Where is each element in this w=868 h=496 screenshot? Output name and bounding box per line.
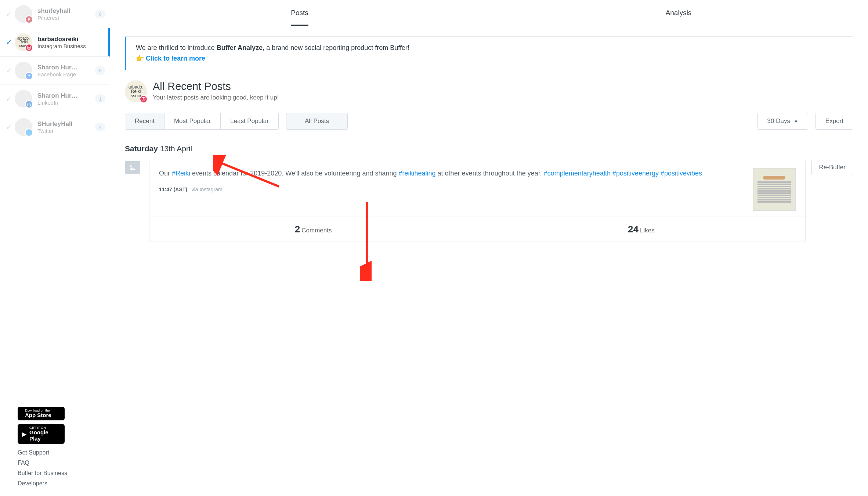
- sidebar-account-instagram[interactable]: ✓arbado. Reiki ssocibarbadosreikiInstagr…: [0, 28, 110, 57]
- rebuffer-button[interactable]: Re-Buffer: [811, 160, 853, 175]
- check-icon: ✓: [6, 10, 12, 18]
- play-icon: ▶: [22, 431, 26, 438]
- account-name: barbadosreiki: [37, 36, 104, 43]
- timeframe-dropdown[interactable]: 30 Days▼: [757, 113, 808, 130]
- all-posts-button[interactable]: All Posts: [286, 113, 348, 130]
- sidebar-account-twitter[interactable]: ✓tSHurleyHallTwitter4: [0, 113, 110, 141]
- post-card: Our #Reiki events calendar for 2019-2020…: [149, 160, 806, 242]
- page-subtitle: Your latest posts are looking good, keep…: [153, 94, 279, 101]
- check-icon: ✓: [6, 66, 12, 75]
- export-button[interactable]: Export: [815, 113, 853, 130]
- account-count-badge: 0: [95, 66, 105, 75]
- account-type: Facebook Page: [37, 71, 95, 77]
- facebook-icon: f: [25, 72, 33, 80]
- hashtag[interactable]: #reikihealing: [399, 170, 436, 177]
- banner-text-post: , a brand new social reporting product f…: [263, 44, 409, 51]
- image-icon: [125, 161, 140, 174]
- svg-point-1: [28, 47, 30, 48]
- hashtag[interactable]: #positivevibes: [661, 170, 702, 177]
- banner-text-pre: We are thrilled to introduce: [136, 44, 217, 51]
- account-type: Instagram Business: [37, 43, 104, 49]
- twitter-icon: t: [25, 128, 33, 137]
- check-icon: ✓: [6, 38, 12, 47]
- svg-point-4: [143, 98, 144, 100]
- chevron-down-icon: ▼: [794, 119, 798, 124]
- account-count-badge: 1: [95, 94, 105, 103]
- account-count-badge: 4: [95, 123, 105, 131]
- footer-link-buffer-for-business[interactable]: Buffer for Business: [18, 468, 92, 478]
- check-icon: ✓: [6, 94, 12, 103]
- google-play-button[interactable]: ▶ GET IT ON Google Play: [18, 424, 65, 444]
- hashtag[interactable]: #positiveenergy: [612, 170, 659, 177]
- banner-bold: Buffer Analyze: [217, 44, 263, 51]
- sidebar-account-facebook[interactable]: ✓fSharon Hur…Facebook Page0: [0, 57, 110, 85]
- sort-least-popular-button[interactable]: Least Popular: [220, 113, 278, 129]
- check-icon: ✓: [6, 123, 12, 131]
- comments-stat: 2Comments: [149, 217, 477, 242]
- account-name: shurleyhall: [37, 7, 95, 15]
- post-meta: 11:47 (AST) via Instagram: [159, 187, 746, 192]
- account-name: SHurleyHall: [37, 120, 95, 128]
- sidebar-account-linkedin[interactable]: ✓inSharon Hur…LinkedIn1: [0, 85, 110, 113]
- svg-point-5: [145, 98, 145, 98]
- footer-link-faq[interactable]: FAQ: [18, 458, 92, 468]
- announcement-banner: We are thrilled to introduce Buffer Anal…: [125, 36, 853, 70]
- pinterest-icon: P: [25, 15, 33, 23]
- likes-stat: 24Likes: [477, 217, 805, 242]
- post-text: Our #Reiki events calendar for 2019-2020…: [159, 168, 746, 179]
- tab-analysis[interactable]: Analysis: [489, 0, 868, 26]
- tab-posts[interactable]: Posts: [110, 0, 489, 26]
- svg-point-7: [130, 165, 132, 167]
- date-header: Saturday 13th April: [125, 144, 853, 153]
- account-name: Sharon Hur…: [37, 92, 95, 99]
- pointing-emoji: 👉: [136, 55, 144, 62]
- account-type: Twitter: [37, 128, 95, 134]
- page-title: All Recent Posts: [153, 80, 279, 93]
- linkedin-icon: in: [25, 100, 33, 108]
- sidebar-account-pinterest[interactable]: ✓PshurleyhallPinterest0: [0, 0, 110, 28]
- profile-avatar: arbado. Reiki ssoci: [125, 80, 147, 102]
- app-store-big: App Store: [25, 412, 51, 419]
- hashtag[interactable]: #complementaryhealth: [544, 170, 611, 177]
- banner-link[interactable]: Click to learn more: [146, 55, 205, 62]
- footer-link-get-support[interactable]: Get Support: [18, 448, 92, 458]
- account-type: Pinterest: [37, 15, 95, 21]
- instagram-icon: [25, 44, 33, 52]
- post-thumbnail: [753, 168, 796, 211]
- sort-button-group: Recent Most Popular Least Popular: [125, 113, 279, 130]
- account-type: LinkedIn: [37, 99, 95, 106]
- sort-most-popular-button[interactable]: Most Popular: [164, 113, 220, 129]
- account-count-badge: 0: [95, 10, 105, 18]
- account-name: Sharon Hur…: [37, 64, 95, 71]
- footer-link-developers[interactable]: Developers: [18, 478, 92, 489]
- hashtag[interactable]: #Reiki: [172, 170, 190, 177]
- svg-marker-8: [129, 167, 136, 170]
- sort-recent-button[interactable]: Recent: [125, 113, 164, 129]
- app-store-button[interactable]: Download on the App Store: [18, 407, 65, 421]
- svg-point-2: [30, 47, 30, 47]
- instagram-icon: [140, 95, 148, 103]
- google-play-big: Google Play: [29, 430, 60, 442]
